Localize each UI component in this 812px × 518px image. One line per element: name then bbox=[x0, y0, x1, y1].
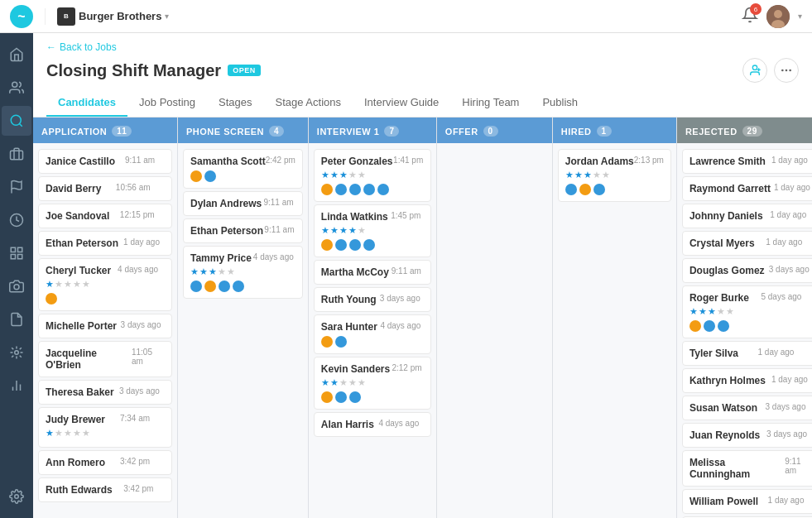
candidate-name: Melissa Cunningham bbox=[689, 457, 785, 480]
tab-publish[interactable]: Publish bbox=[531, 89, 589, 117]
candidate-card[interactable]: Joe Sandoval 12:15 pm bbox=[38, 204, 172, 228]
column-label: REJECTED bbox=[685, 127, 738, 137]
column-phone-screen: PHONE SCREEN4 Samantha Scott 2:42 pm Dyl… bbox=[178, 118, 309, 518]
column-count: 4 bbox=[269, 126, 284, 137]
tab-candidates[interactable]: Candidates bbox=[46, 89, 127, 117]
candidate-card[interactable]: Linda Watkins 1:45 pm ★★★★★ bbox=[314, 204, 431, 257]
candidate-name: Johnny Daniels bbox=[689, 210, 763, 222]
star-icon: ★ bbox=[699, 306, 707, 317]
sidebar-item-clock[interactable] bbox=[2, 205, 31, 235]
back-to-jobs-link[interactable]: ← Back to Jobs bbox=[46, 41, 799, 53]
candidate-icon bbox=[377, 184, 389, 195]
candidate-icon bbox=[579, 184, 591, 195]
candidate-card[interactable]: Dylan Andrews 9:11 am bbox=[183, 191, 303, 216]
candidate-card[interactable]: Jordan Adams 2:13 pm ★★★★★ bbox=[558, 149, 671, 202]
star-icon: ★ bbox=[708, 306, 716, 317]
candidate-name: Douglas Gomez bbox=[689, 265, 765, 276]
column-count: 29 bbox=[742, 126, 762, 137]
candidate-time: 9:11 am bbox=[392, 266, 421, 276]
tab-stages[interactable]: Stages bbox=[207, 89, 263, 117]
candidate-card[interactable]: Martha McCoy 9:11 am bbox=[314, 260, 431, 285]
candidate-card[interactable]: Kevin Sanders 2:12 pm ★★★★★ bbox=[314, 357, 431, 410]
candidate-card[interactable]: Juan Reynolds 3 days ago bbox=[682, 423, 812, 448]
sidebar-item-jobs[interactable] bbox=[2, 139, 31, 169]
candidate-card[interactable]: Douglas Gomez 3 days ago bbox=[682, 258, 812, 283]
candidate-card[interactable]: Peter Gonzales 1:41 pm ★★★★★ bbox=[314, 149, 431, 202]
candidate-card[interactable]: Tyler Silva 1 day ago bbox=[682, 341, 812, 366]
candidate-name: Peter Gonzales bbox=[321, 156, 393, 167]
candidate-card[interactable]: Ruth Edwards 3:42 pm bbox=[38, 477, 172, 502]
tab-hiring-team[interactable]: Hiring Team bbox=[450, 89, 531, 117]
candidate-card[interactable]: Sara Hunter 4 days ago bbox=[314, 314, 431, 354]
star-icon: ★ bbox=[358, 225, 366, 236]
candidate-time: 4 days ago bbox=[118, 265, 158, 274]
sidebar-item-flag[interactable] bbox=[2, 172, 31, 202]
candidate-card[interactable]: Raymond Garrett 1 day ago bbox=[682, 176, 812, 201]
sidebar-item-home[interactable] bbox=[2, 40, 31, 70]
candidate-card[interactable]: Kathryn Holmes 1 day ago bbox=[682, 368, 812, 393]
candidate-icon bbox=[704, 320, 715, 332]
tab-stage-actions[interactable]: Stage Actions bbox=[264, 89, 353, 117]
candidate-name: Ethan Peterson bbox=[46, 237, 118, 249]
candidate-card[interactable]: Ruth Young 3 days ago bbox=[314, 287, 431, 312]
candidate-card[interactable]: Cheryl Tucker 4 days ago ★★★★★ bbox=[38, 258, 172, 311]
candidate-card[interactable]: Alan Harris 4 days ago bbox=[314, 412, 431, 437]
sidebar-item-grid[interactable] bbox=[2, 238, 31, 268]
candidate-card[interactable]: Ann Romero 3:42 pm bbox=[38, 450, 172, 475]
sidebar-item-settings[interactable] bbox=[2, 482, 31, 511]
candidate-time: 2:12 pm bbox=[392, 363, 421, 372]
brand-name[interactable]: Burger Brothers bbox=[79, 10, 161, 22]
candidate-icon bbox=[335, 336, 347, 348]
candidate-card[interactable]: Ethan Peterson 1 day ago bbox=[38, 231, 172, 256]
candidate-time: 1 day ago bbox=[771, 375, 808, 384]
candidate-name: Jacqueline O'Brien bbox=[46, 348, 132, 371]
sidebar-item-analytics[interactable] bbox=[2, 371, 31, 400]
nav-tabs: CandidatesJob PostingStagesStage Actions… bbox=[46, 89, 799, 117]
sidebar-item-diagram[interactable] bbox=[2, 338, 31, 367]
star-icon: ★ bbox=[358, 377, 366, 388]
candidate-card[interactable]: Susan Watson 3 days ago bbox=[682, 396, 812, 420]
add-candidate-button[interactable] bbox=[742, 58, 767, 83]
column-label: PHONE SCREEN bbox=[186, 127, 264, 137]
candidate-card[interactable]: Lawrence Smith 1 day ago bbox=[682, 149, 812, 174]
candidate-card[interactable]: Janice Castillo 9:11 am bbox=[38, 149, 172, 174]
star-icon: ★ bbox=[64, 279, 72, 290]
candidate-card[interactable]: Judy Brewer 7:34 am ★★★★★ bbox=[38, 407, 172, 448]
candidate-name: Janice Castillo bbox=[46, 156, 115, 167]
candidate-card[interactable]: Johnny Daniels 1 day ago bbox=[682, 204, 812, 228]
sidebar-item-search[interactable] bbox=[2, 106, 31, 136]
candidate-name: Roger Burke bbox=[689, 292, 749, 304]
candidate-card[interactable]: Roger Burke 5 days ago ★★★★★ bbox=[682, 285, 812, 338]
candidate-time: 7:34 am bbox=[120, 414, 150, 423]
brand-chevron[interactable]: ▾ bbox=[165, 12, 169, 21]
tab-job-posting[interactable]: Job Posting bbox=[127, 89, 207, 117]
candidate-card[interactable]: Melissa Cunningham 9:11 am bbox=[682, 450, 812, 487]
user-menu-chevron[interactable]: ▾ bbox=[798, 12, 802, 21]
more-options-button[interactable] bbox=[774, 58, 799, 83]
star-icon: ★ bbox=[218, 266, 226, 277]
candidate-card[interactable]: Ethan Peterson 9:11 am bbox=[183, 218, 303, 243]
candidate-icon bbox=[233, 281, 244, 292]
candidate-card[interactable]: Crystal Myers 1 day ago bbox=[682, 231, 812, 256]
sidebar bbox=[0, 33, 33, 518]
candidate-card[interactable]: Michelle Porter 3 days ago bbox=[38, 314, 172, 338]
svg-line-5 bbox=[19, 123, 22, 126]
svg-rect-12 bbox=[11, 255, 15, 259]
user-avatar[interactable] bbox=[766, 5, 790, 28]
sidebar-item-camera[interactable] bbox=[2, 271, 31, 301]
candidate-card[interactable]: Jacqueline O'Brien 11:05 am bbox=[38, 341, 172, 377]
candidate-card[interactable]: Theresa Baker 3 days ago bbox=[38, 380, 172, 405]
candidate-time: 1:45 pm bbox=[391, 211, 420, 220]
sidebar-item-people[interactable] bbox=[2, 73, 31, 103]
tab-interview-guide[interactable]: Interview Guide bbox=[353, 89, 450, 117]
page-title: Closing Shift Manager OPEN bbox=[46, 61, 261, 80]
candidate-name: Michelle Porter bbox=[46, 320, 117, 332]
candidate-icon bbox=[689, 320, 701, 332]
candidate-card[interactable]: David Berry 10:56 am bbox=[38, 176, 172, 201]
candidate-card[interactable]: Samantha Scott 2:42 pm bbox=[183, 149, 303, 189]
candidate-card[interactable]: William Powell 1 day ago bbox=[682, 489, 812, 514]
sidebar-item-document[interactable] bbox=[2, 305, 31, 334]
candidate-time: 3:42 pm bbox=[120, 457, 150, 466]
candidate-card[interactable]: Tammy Price 4 days ago ★★★★★ bbox=[183, 246, 303, 299]
notification-icon[interactable]: 6 bbox=[742, 7, 758, 26]
